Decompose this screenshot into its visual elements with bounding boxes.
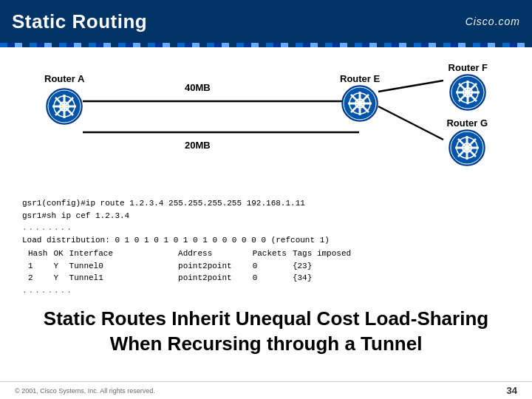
table-row: 1 Y Tunnel0 point2point 0 {23} xyxy=(28,260,357,273)
router-f-icon xyxy=(449,73,487,112)
cell-hash-1: 1 xyxy=(28,260,53,273)
code-dots1: ........ xyxy=(22,222,510,234)
network-diagram: Router A 40MB 20MB Router E xyxy=(22,58,510,191)
cell-interface-2: Tunnel1 xyxy=(69,272,119,284)
cell-packets-2: 0 xyxy=(253,272,293,284)
cell-ok-2: Y xyxy=(53,272,69,284)
code-table-wrapper: Hash OK Interface Address Packets Tags i… xyxy=(28,248,510,284)
table-row: 2 Y Tunnel1 point2point 0 {34} xyxy=(28,272,357,284)
cell-ok-1: Y xyxy=(53,260,69,273)
footer-line1: Static Routes Inherit Unequal Cost Load-… xyxy=(22,307,510,332)
code-section: gsr1(config)#ip route 1.2.3.4 255.255.25… xyxy=(22,197,510,296)
cell-tags-2: {34} xyxy=(293,272,357,284)
cell-spacer2-1 xyxy=(238,260,253,273)
link-20mb-label: 20MB xyxy=(185,140,211,151)
cell-spacer2-2 xyxy=(238,272,253,284)
code-line3: Load distribution: 0 1 0 1 0 1 0 1 0 1 0… xyxy=(22,234,510,247)
svg-line-3 xyxy=(378,106,443,140)
router-g-label: Router G xyxy=(446,117,488,129)
code-table: Hash OK Interface Address Packets Tags i… xyxy=(28,248,357,284)
code-dots2: ........ xyxy=(22,284,510,297)
cell-address-1: point2point xyxy=(178,260,238,273)
header-bar: Static Routing Cisco.com xyxy=(0,0,532,43)
cell-tags-1: {23} xyxy=(293,260,357,273)
col-hash-header: Hash xyxy=(28,248,53,260)
copyright-text: © 2001, Cisco Systems, Inc. All rights r… xyxy=(15,387,155,395)
table-header-row: Hash OK Interface Address Packets Tags i… xyxy=(28,248,357,260)
col-ok-header: OK xyxy=(53,248,69,260)
footer-line2: When Recursing through a Tunnel xyxy=(22,332,510,357)
router-e-group: Router E xyxy=(340,73,380,126)
cisco-logo: Cisco.com xyxy=(466,16,520,27)
col-packets-header: Packets xyxy=(253,248,293,260)
router-g-group: Router G xyxy=(446,117,488,170)
footer-heading: Static Routes Inherit Unequal Cost Load-… xyxy=(22,307,510,357)
cell-packets-1: 0 xyxy=(253,260,293,273)
link-40mb-label: 40MB xyxy=(185,82,211,93)
main-content: Router A 40MB 20MB Router E xyxy=(0,47,532,364)
router-e-label: Router E xyxy=(340,73,380,84)
col-interface-header: Interface xyxy=(69,248,119,260)
cell-address-2: point2point xyxy=(178,272,238,284)
router-a-label: Router A xyxy=(44,73,84,84)
col-spacer2 xyxy=(238,248,253,260)
cell-hash-2: 2 xyxy=(28,272,53,284)
col-address-header: Address xyxy=(178,248,238,260)
connection-lines xyxy=(22,58,510,191)
router-a-group: Router A xyxy=(44,73,84,129)
cell-spacer1-1 xyxy=(119,260,178,273)
cell-interface-1: Tunnel0 xyxy=(69,260,119,273)
page-number: 34 xyxy=(507,385,517,396)
col-tags-header: Tags imposed xyxy=(293,248,357,260)
svg-line-2 xyxy=(378,81,443,92)
code-line2: gsr1#sh ip cef 1.2.3.4 xyxy=(22,210,510,222)
col-spacer1 xyxy=(119,248,178,260)
code-line1: gsr1(config)#ip route 1.2.3.4 255.255.25… xyxy=(22,197,510,210)
bottom-bar: © 2001, Cisco Systems, Inc. All rights r… xyxy=(0,381,532,399)
router-a-icon xyxy=(45,87,83,126)
router-f-label: Router F xyxy=(449,62,488,73)
cell-spacer1-2 xyxy=(119,272,178,284)
router-e-icon xyxy=(341,84,379,123)
router-f-group: Router F xyxy=(449,62,488,115)
router-g-icon xyxy=(448,129,486,167)
page-title: Static Routing xyxy=(12,10,147,33)
